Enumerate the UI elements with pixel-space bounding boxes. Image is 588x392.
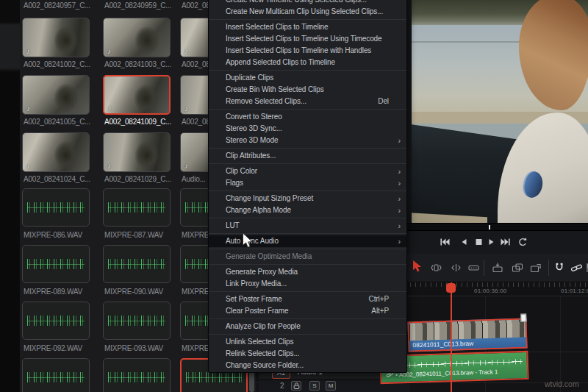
menu-item-remove-selected-clips[interactable]: Remove Selected Clips...Del [209,96,406,107]
media-clip-thumb[interactable] [22,245,90,283]
media-clip-label: MIXPRE-086.WAV [24,231,97,239]
menu-item-clip-attributes[interactable]: Clip Attributes... [209,150,406,162]
trim-edit-mode-button[interactable] [430,262,442,277]
lock-icon [293,385,301,391]
menu-item-create-bin-with-selected-clips[interactable]: Create Bin With Selected Clips [209,84,406,96]
menu-item-label: LUT [226,221,240,229]
menu-item-generate-optimized-media[interactable]: Generate Optimized Media [209,251,406,263]
submenu-arrow-icon: › [398,193,401,204]
ruler-timecode: 01:00:36:00 [474,288,506,294]
media-clip-thumb[interactable] [103,188,171,227]
media-clip-label: A002_08241009_C... [104,118,178,126]
insert-clip-button[interactable] [491,262,504,277]
menu-item-lut[interactable]: LUT› [209,220,406,232]
media-clip-label: MIXPRE-089.WAV [24,288,97,296]
media-clip-thumb[interactable]: ♪ [22,18,90,57]
menu-separator [209,148,406,149]
timeline-video-clip[interactable]: 08241011_C013.braw [407,318,527,352]
media-clip-thumb[interactable]: ♪ [22,132,90,172]
track-mute-button[interactable]: M [326,381,336,391]
menu-item-label: Create New Multicam Clip Using Selected … [226,7,383,15]
menu-item-create-new-timeline-using-selected-clips[interactable]: Create New Timeline Using Selected Clips… [209,0,406,6]
media-clip-label: A002_08240957_C... [24,1,97,10]
track-solo-button[interactable]: S [309,381,320,391]
play-button[interactable] [487,237,496,250]
grid-line [560,296,561,392]
scrub-position-marker[interactable] [489,225,490,229]
menu-separator [209,19,406,20]
menu-separator [209,264,406,265]
media-clip-thumb[interactable] [22,188,90,227]
toolbar-divider [484,260,484,276]
ruler-timecode: 01:01:12:00 [561,288,588,294]
link-clips-button[interactable] [570,262,583,277]
menu-item-stereo-3d-mode[interactable]: Stereo 3D Mode› [209,135,406,146]
menu-item-generate-proxy-media[interactable]: Generate Proxy Media [209,266,406,278]
media-clip-thumb[interactable]: ♪ [22,75,90,115]
stop-button[interactable] [474,237,483,250]
clip-trim-handle[interactable] [520,313,526,321]
menu-item-link-proxy-media[interactable]: Link Proxy Media... [209,278,406,290]
media-clip-thumb[interactable]: ♪ [103,18,171,57]
overwrite-clip-button[interactable] [511,262,524,277]
menu-item-label: Create New Timeline Using Selected Clips… [226,0,367,4]
media-clip-label: A002_08241005_C... [24,118,97,126]
menu-item-change-alpha-mode[interactable]: Change Alpha Mode› [209,204,406,216]
transport-controls [406,231,588,254]
menu-item-insert-selected-clips-to-timeline-with-handles[interactable]: Insert Selected Clips to Timeline with H… [209,45,406,57]
media-clip-thumb[interactable] [103,302,171,340]
menu-item-create-new-multicam-clip-using-selected-clips[interactable]: Create New Multicam Clip Using Selected … [209,6,406,18]
menu-item-unlink-selected-clips[interactable]: Unlink Selected Clips [209,336,406,348]
razor-button[interactable] [467,262,480,277]
menu-item-duplicate-clips[interactable]: Duplicate Clips [209,72,406,84]
media-clip-thumb[interactable] [103,245,171,283]
track-lock-button[interactable] [291,381,301,391]
menu-item-convert-to-stereo[interactable]: Convert to Stereo [209,111,406,123]
step-back-button[interactable] [459,237,468,250]
playhead-line[interactable] [451,282,452,392]
media-clip-thumb[interactable] [22,358,90,392]
skip-end-button[interactable] [500,237,512,250]
menu-item-clip-color[interactable]: Clip Color› [209,165,406,177]
snapping-button[interactable] [553,262,565,277]
media-clip-thumb[interactable]: ♪ [103,132,171,172]
menu-item-set-poster-frame[interactable]: Set Poster FrameCtrl+P [209,293,406,305]
media-clip-thumb[interactable] [103,358,171,392]
menu-item-insert-selected-clips-to-timeline[interactable]: Insert Selected Clips to Timeline [209,21,406,33]
viewer-scrub-bar[interactable] [406,223,588,231]
menu-item-label: Flags [226,179,243,187]
menu-item-label: Set Poster Frame [226,295,282,303]
window-edge [0,0,20,392]
media-clip-label: A002_08241002_C... [24,60,97,68]
menu-shortcut: Del [378,96,389,107]
submenu-arrow-icon: › [398,135,401,146]
audio-note-icon: ♪ [26,104,30,113]
audio-clip-label: • A002_08241011_C013.braw - Track 1 [395,368,498,378]
menu-item-relink-selected-clips[interactable]: Relink Selected Clips... [209,348,406,360]
replace-clip-button[interactable] [529,262,542,277]
menu-item-flags[interactable]: Flags› [209,177,406,189]
dynamic-trim-button[interactable] [450,262,462,277]
menu-item-analyze-clip-for-people[interactable]: Analyze Clip for People [209,321,406,332]
video-vignette [406,0,588,223]
menu-item-stereo-3d-sync[interactable]: Stereo 3D Sync... [209,123,406,135]
media-clip-label: A002_08241003_C... [104,60,178,68]
menu-separator [209,249,406,249]
audio-note-icon: ♪ [26,162,30,170]
menu-item-change-source-folder[interactable]: Change Source Folder... [209,360,406,371]
davinci-resolve-window: A002_08240957_C...A002_08240959_C...A002… [0,0,588,392]
media-clip-thumb[interactable] [22,302,90,340]
menu-item-auto-sync-audio[interactable]: Auto Sync Audio› [209,235,406,247]
menu-item-clear-poster-frame[interactable]: Clear Poster FrameAlt+P [209,305,406,317]
media-clip-thumb[interactable]: ♪ [103,75,171,115]
menu-item-change-input-sizing-preset[interactable]: Change Input Sizing Preset› [209,193,406,204]
selection-tool-button[interactable] [411,260,423,277]
flag-button[interactable] [585,262,588,277]
media-clip-label: MIXPRE-092.WAV [24,344,97,352]
menu-item-label: Analyze Clip for People [226,322,301,330]
skip-start-button[interactable] [439,237,451,250]
menu-item-append-selected-clips-to-timeline[interactable]: Append Selected Clips to Timeline [209,57,406,68]
playhead-handle[interactable] [446,283,456,293]
loop-button[interactable] [517,237,528,250]
menu-item-insert-selected-clips-to-timeline-using-timecode[interactable]: Insert Selected Clips to Timeline Using … [209,33,406,45]
